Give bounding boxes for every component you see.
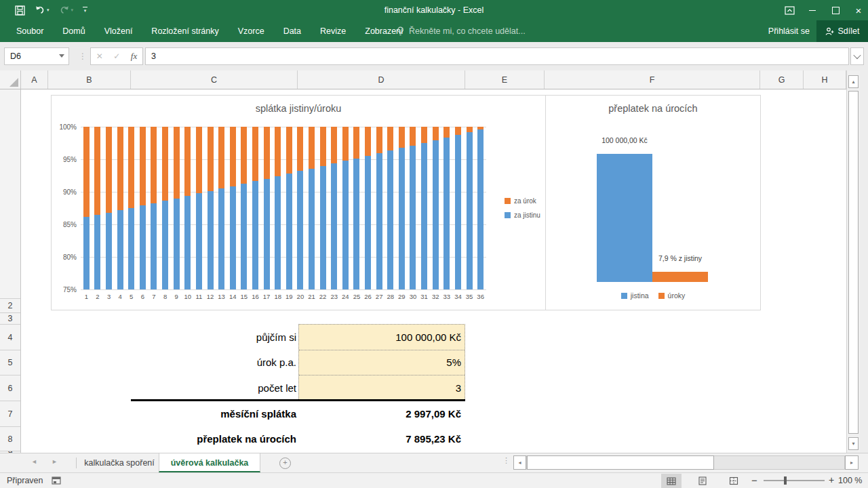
zoom-slider-track[interactable] <box>764 480 825 481</box>
bar-segment-jistina <box>230 186 236 289</box>
x-tick-label: 6 <box>137 293 149 300</box>
bar-month-19 <box>286 127 292 289</box>
column-header-E[interactable]: E <box>465 70 545 89</box>
column-header-F[interactable]: F <box>545 70 760 89</box>
ribbon-tab-vzorce[interactable]: Vzorce <box>229 20 274 42</box>
vertical-scrollbar[interactable]: ▴ ▾ <box>846 70 860 453</box>
share-button[interactable]: Sdílet <box>816 20 868 42</box>
column-header-C[interactable]: C <box>131 70 298 89</box>
ribbon-tab-domů[interactable]: Domů <box>53 20 94 42</box>
name-box-dropdown-icon[interactable] <box>59 54 64 58</box>
horizontal-scroll-thumb[interactable] <box>527 455 714 470</box>
x-tick-label: 29 <box>396 293 408 300</box>
close-button[interactable]: × <box>853 5 864 16</box>
column-header-D[interactable]: D <box>298 70 465 89</box>
zoom-in-button[interactable]: + <box>829 473 834 488</box>
ribbon-display-options-icon[interactable] <box>784 5 795 16</box>
x-tick-label: 16 <box>250 293 261 300</box>
bar-segment-jistina <box>106 213 112 289</box>
row-header-3[interactable]: 3 <box>0 312 20 324</box>
tabbar-resize-handle[interactable]: ⋮ <box>502 456 510 465</box>
row-header-7[interactable]: 7 <box>0 401 20 426</box>
chart-payment-split[interactable]: splátka jistiny/úroku 100%95%90%85%80%75… <box>51 95 546 310</box>
x-tick-label: 2 <box>92 293 104 300</box>
zoom-slider-handle[interactable] <box>784 476 787 485</box>
chart-interest-overpayment[interactable]: přeplatek na úrocích 100 000,00 Kč7,9 % … <box>545 95 761 310</box>
x-tick-label: 11 <box>193 293 205 300</box>
name-box[interactable]: D6 <box>4 47 69 65</box>
row-header-8[interactable]: 8 <box>0 426 20 451</box>
minimize-button[interactable] <box>807 5 818 16</box>
view-normal-button[interactable] <box>661 474 682 488</box>
insert-function-icon[interactable]: fx <box>131 51 137 62</box>
x-tick-label: 13 <box>216 293 227 300</box>
scroll-down-button[interactable]: ▾ <box>848 437 859 450</box>
formula-value: 3 <box>151 52 156 61</box>
view-page-layout-button[interactable] <box>692 474 713 488</box>
bar-month-13 <box>218 127 224 289</box>
row-header-4[interactable]: 4 <box>0 324 20 350</box>
column-header-A[interactable]: A <box>21 70 48 89</box>
cell-interest-rate[interactable]: 5% <box>298 350 465 375</box>
bar-month-6 <box>140 127 146 289</box>
column-header-B[interactable]: B <box>48 70 131 89</box>
cell-loan-amount[interactable]: 100 000,00 Kč <box>298 324 465 350</box>
horizontal-scrollbar[interactable] <box>526 455 845 470</box>
formula-input[interactable]: 3 <box>145 47 849 65</box>
bar-segment-jistina <box>128 208 134 289</box>
add-sheet-button[interactable]: + <box>279 458 291 469</box>
macro-record-icon[interactable] <box>52 476 61 488</box>
bar-month-35 <box>467 127 473 289</box>
hscroll-left-button[interactable]: ◂ <box>513 455 526 470</box>
bar-segment-jistina <box>162 201 168 289</box>
select-all-button[interactable] <box>0 70 21 89</box>
sign-in-link[interactable]: Přihlásit se <box>768 20 810 42</box>
row-header-5[interactable]: 5 <box>0 350 20 375</box>
bar-month-23 <box>331 127 337 289</box>
label-years: počet let <box>123 375 296 401</box>
column-header-H[interactable]: H <box>804 70 846 89</box>
bar-segment-urok <box>174 127 180 199</box>
column-header-G[interactable]: G <box>760 70 804 89</box>
bar-segment-jistina <box>443 138 450 289</box>
x-tick-label: 34 <box>452 293 464 300</box>
scroll-up-button[interactable]: ▴ <box>848 75 859 88</box>
bar-segment-urok <box>376 127 382 153</box>
sheet-tab-1[interactable]: kalkulačka spoření <box>80 453 159 472</box>
bar-segment-jistina <box>309 169 315 289</box>
ribbon-tab-data[interactable]: Data <box>274 20 311 42</box>
sheet-area[interactable]: splátka jistiny/úroku 100%95%90%85%80%75… <box>21 89 846 453</box>
bar-segment-jistina <box>174 199 180 289</box>
bar-segment-urok <box>320 127 326 166</box>
bar-segment-urok <box>117 127 123 210</box>
formula-bar-expand-button[interactable] <box>850 47 864 65</box>
zoom-level[interactable]: 100 % <box>838 473 862 488</box>
ribbon-tab-file[interactable]: Soubor <box>7 20 53 42</box>
ribbon-tab-vložení[interactable]: Vložení <box>95 20 142 42</box>
ribbon-tab-rozložení-stránky[interactable]: Rozložení stránky <box>142 20 228 42</box>
hscroll-right-button[interactable]: ▸ <box>845 455 859 470</box>
cell-monthly-payment[interactable]: 2 997,09 Kč <box>298 401 465 426</box>
view-page-break-button[interactable] <box>724 474 744 488</box>
cell-interest-overpayment[interactable]: 7 895,23 Kč <box>298 426 465 451</box>
row-header-2[interactable]: 2 <box>0 298 20 312</box>
formula-bar-handle[interactable]: ⋮ <box>79 52 87 61</box>
label-interest-rate: úrok p.a. <box>123 350 296 375</box>
tab-scroll-left-icon[interactable]: ◄ <box>31 458 37 465</box>
bar-segment-urok <box>410 127 416 146</box>
zoom-out-button[interactable]: − <box>751 473 757 488</box>
chart-legend: jistinaúroky <box>546 291 760 300</box>
cell-years[interactable]: 3 <box>298 375 465 401</box>
x-tick-label: 4 <box>115 293 126 300</box>
sheet-tab-2[interactable]: úvěrová kalkulačka <box>159 453 260 472</box>
bar-segment-urok <box>455 127 461 135</box>
maximize-button[interactable] <box>830 5 841 16</box>
row-header-6[interactable]: 6 <box>0 375 20 401</box>
tell-me-box[interactable]: Řekněte mi, co chcete udělat... <box>397 20 526 42</box>
tab-scroll-right-icon[interactable]: ► <box>52 458 58 465</box>
vertical-scroll-thumb[interactable] <box>848 91 859 434</box>
ribbon-tab-revize[interactable]: Revize <box>311 20 355 42</box>
y-tick-label: 100% <box>52 123 77 131</box>
bar-segment-jistina <box>455 135 461 289</box>
bar-month-1 <box>83 127 90 289</box>
